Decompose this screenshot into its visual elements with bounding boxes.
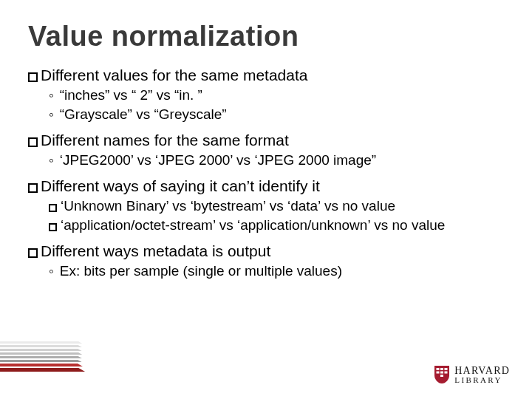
bullet-1-sublist: ◦ “inches” vs “ 2” vs “in. ” ◦ “Grayscal…	[49, 86, 504, 123]
circle-bullet-icon: ◦	[49, 262, 54, 280]
square-bullet-icon	[49, 223, 57, 231]
bullet-3-text: Different ways of saying it can’t identi…	[41, 177, 320, 196]
bullet-4: Different ways metadata is output ◦ Ex: …	[28, 242, 504, 280]
harvard-library-logo: HARVARD LIBRARY	[434, 365, 510, 384]
bullet-2-sublist: ◦ ‘JPEG2000’ vs ‘JPEG 2000’ vs ‘JPEG 200…	[49, 151, 504, 169]
svg-rect-4	[440, 372, 443, 374]
square-bullet-icon	[28, 248, 38, 258]
bullet-4-sub-a: ◦ Ex: bits per sample (single or multipl…	[49, 262, 504, 280]
bullet-3-sub-a: ‘Unknown Binary’ vs ‘bytestream’ vs ‘dat…	[49, 197, 504, 215]
bullet-4-sub-a-text: Ex: bits per sample (single or multiple …	[60, 262, 504, 280]
svg-rect-1	[440, 368, 443, 370]
bullet-1-sub-b: ◦ “Grayscale” vs “Greyscale”	[49, 106, 504, 123]
bullet-1-sub-b-text: “Grayscale” vs “Greyscale”	[60, 106, 504, 123]
svg-rect-0	[437, 368, 440, 370]
svg-rect-5	[445, 372, 448, 374]
slide-title: Value normalization	[28, 21, 504, 52]
circle-bullet-icon: ◦	[49, 151, 54, 169]
svg-rect-3	[437, 372, 440, 374]
bullet-2-sub-a-text: ‘JPEG2000’ vs ‘JPEG 2000’ vs ‘JPEG 2000 …	[60, 151, 504, 169]
circle-bullet-icon: ◦	[49, 86, 54, 104]
bullet-1-text: Different values for the same metadata	[41, 66, 308, 85]
bullet-2-sub-a: ◦ ‘JPEG2000’ vs ‘JPEG 2000’ vs ‘JPEG 200…	[49, 151, 504, 169]
bullet-3-sub-a-text: ‘Unknown Binary’ vs ‘bytestream’ vs ‘dat…	[61, 197, 504, 215]
bullet-3-sublist: ‘Unknown Binary’ vs ‘bytestream’ vs ‘dat…	[49, 197, 504, 234]
bullet-3-sub-b: ‘application/octet-stream’ vs ‘applicati…	[49, 216, 504, 234]
bullet-4-sublist: ◦ Ex: bits per sample (single or multipl…	[49, 262, 504, 280]
bullet-1-sub-a: ◦ “inches” vs “ 2” vs “in. ”	[49, 86, 504, 104]
bullet-1: Different values for the same metadata ◦…	[28, 66, 504, 123]
bullet-3: Different ways of saying it can’t identi…	[28, 177, 504, 234]
circle-bullet-icon: ◦	[49, 106, 54, 123]
slide: Value normalization Different values for…	[0, 0, 532, 399]
svg-rect-2	[445, 368, 448, 370]
decorative-wedge	[0, 341, 133, 386]
svg-rect-6	[440, 375, 443, 377]
square-bullet-icon	[28, 137, 38, 147]
square-bullet-icon	[49, 204, 57, 212]
bullet-2: Different names for the same format ◦ ‘J…	[28, 131, 504, 169]
logo-top-text: HARVARD	[454, 366, 510, 376]
shield-icon	[434, 365, 450, 384]
logo-text: HARVARD LIBRARY	[454, 366, 510, 384]
square-bullet-icon	[28, 183, 38, 193]
slide-body: Different values for the same metadata ◦…	[28, 66, 504, 280]
bullet-2-text: Different names for the same format	[41, 131, 289, 150]
logo-bottom-text: LIBRARY	[454, 376, 510, 384]
bullet-3-sub-b-text: ‘application/octet-stream’ vs ‘applicati…	[61, 216, 504, 234]
bullet-4-text: Different ways metadata is output	[41, 242, 270, 261]
square-bullet-icon	[28, 72, 38, 82]
bullet-1-sub-a-text: “inches” vs “ 2” vs “in. ”	[60, 86, 504, 104]
